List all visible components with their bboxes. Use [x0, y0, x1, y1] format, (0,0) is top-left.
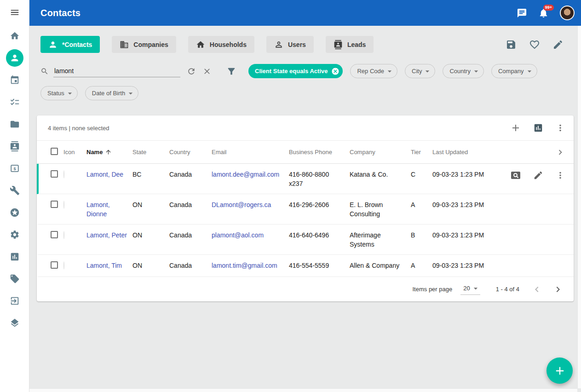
scroll-columns-right-icon[interactable]	[555, 147, 565, 157]
contact-last-updated: 09-03-23 1:23 PM	[432, 200, 501, 209]
horizontal-scrollbar[interactable]	[29, 388, 577, 392]
sidebar-item-reports[interactable]	[0, 246, 29, 268]
sidebar-item-contact-card[interactable]	[0, 135, 29, 157]
sidebar-item-home[interactable]	[0, 25, 29, 47]
contact-country: Canada	[169, 261, 212, 270]
contact-name-link[interactable]: Lamont, Tim	[86, 262, 122, 269]
sidebar-item-exit[interactable]	[0, 290, 29, 312]
column-header-name[interactable]: Name	[86, 149, 132, 156]
sidebar-item-tasks[interactable]	[0, 91, 29, 113]
filter-chip-rep-code[interactable]: Rep Code	[350, 64, 397, 78]
contact-row[interactable]: Lamont, Dee BC Canada lamont.dee@gmail.c…	[37, 164, 574, 194]
refresh-icon[interactable]	[187, 67, 196, 76]
tab-contacts[interactable]: *Contacts	[40, 36, 100, 53]
sidebar-item-settings[interactable]	[0, 224, 29, 246]
contact-avatar	[63, 170, 64, 179]
column-header-icon[interactable]: Icon	[63, 149, 86, 156]
contact-name-link[interactable]: Lamont, Dionne	[86, 201, 110, 218]
contact-email-link[interactable]: lamont.tim@gmail.com	[212, 262, 277, 269]
sidebar-item-featured[interactable]	[0, 202, 29, 224]
contact-last-updated: 09-03-23 1:23 PM	[432, 170, 501, 179]
sidebar-item-tags[interactable]	[0, 268, 29, 290]
contact-row[interactable]: Lamont, Dionne ON Canada DLamont@rogers.…	[37, 194, 574, 225]
tab-companies[interactable]: Companies	[112, 36, 176, 53]
sidebar-item-documents[interactable]	[0, 113, 29, 135]
sidebar-item-layers[interactable]	[0, 312, 29, 334]
row-checkbox[interactable]	[51, 201, 58, 208]
view-tabs-row: *Contacts Companies Households Users Lea…	[29, 26, 581, 53]
tab-households[interactable]: Households	[188, 36, 254, 53]
sidebar-item-billing[interactable]: $	[0, 157, 29, 179]
chevron-down-icon	[385, 67, 394, 76]
contact-email-link[interactable]: DLamont@rogers.ca	[212, 201, 271, 208]
contact-tier: A	[411, 261, 432, 270]
row-checkbox[interactable]	[51, 231, 58, 238]
add-column-icon[interactable]	[510, 122, 521, 133]
row-checkbox[interactable]	[51, 261, 58, 269]
column-header-business-phone[interactable]: Business Phone	[289, 149, 350, 156]
filter-chips-row2: Status Date of Birth	[29, 86, 581, 100]
chart-view-icon[interactable]	[533, 123, 543, 133]
sidebar-item-calendar[interactable]	[0, 69, 29, 91]
menu-icon[interactable]	[0, 0, 29, 25]
filter-icon[interactable]	[226, 66, 236, 76]
column-header-country[interactable]: Country	[169, 149, 212, 156]
chat-icon[interactable]	[517, 8, 527, 18]
filter-chip-status[interactable]: Status	[40, 86, 78, 100]
chevron-down-icon	[525, 67, 534, 76]
column-header-tier[interactable]: Tier	[411, 149, 432, 156]
row-checkbox[interactable]	[51, 170, 58, 178]
contact-tier: A	[411, 200, 432, 209]
favorite-icon[interactable]	[529, 39, 540, 50]
contact-card-icon	[10, 141, 20, 151]
contact-country: Canada	[169, 231, 212, 240]
contact-state: ON	[132, 231, 169, 240]
preview-icon[interactable]	[510, 170, 521, 181]
home-icon	[196, 40, 205, 49]
contact-avatar	[63, 261, 64, 270]
save-icon[interactable]	[506, 39, 517, 50]
edit-row-icon[interactable]	[533, 170, 543, 180]
wrench-icon	[10, 185, 20, 196]
contact-name-link[interactable]: Lamont, Peter	[86, 231, 127, 239]
contact-email-link[interactable]: lamont.dee@gmail.com	[212, 171, 279, 178]
search-input[interactable]	[53, 65, 180, 77]
tag-icon	[10, 274, 20, 284]
filter-chip-city[interactable]: City	[405, 64, 435, 78]
filter-chip-company[interactable]: Company	[491, 64, 537, 78]
filter-chip-country[interactable]: Country	[443, 64, 484, 78]
column-header-company[interactable]: Company	[350, 149, 411, 156]
select-all-checkbox[interactable]	[51, 148, 58, 155]
items-per-page-select[interactable]: 20	[460, 284, 480, 295]
chip-remove-icon[interactable]	[331, 67, 339, 75]
sidebar-item-tools[interactable]	[0, 179, 29, 202]
tab-users[interactable]: Users	[266, 36, 314, 53]
sort-ascending-icon	[105, 149, 112, 156]
filter-chip-date-of-birth[interactable]: Date of Birth	[85, 86, 138, 100]
active-filter-chip[interactable]: Client State equals Active	[248, 64, 343, 78]
column-header-email[interactable]: Email	[212, 149, 289, 156]
contact-name-link[interactable]: Lamont, Dee	[86, 171, 123, 178]
vertical-scrollbar[interactable]	[577, 26, 581, 388]
tab-leads[interactable]: Leads	[326, 36, 374, 53]
page-title: Contacts	[40, 8, 81, 18]
contact-row[interactable]: Lamont, Peter ON Canada plamont@aol.com …	[37, 225, 574, 255]
add-contact-fab[interactable]	[546, 357, 573, 384]
user-avatar[interactable]	[560, 6, 575, 20]
clear-search-icon[interactable]	[202, 67, 212, 76]
search-filter-row: Client State equals Active Rep Code City…	[29, 63, 581, 80]
more-options-icon[interactable]	[555, 123, 565, 133]
edit-icon[interactable]	[552, 39, 564, 50]
contact-company: E. L. Brown Consulting	[350, 200, 411, 219]
contact-last-updated: 09-03-23 1:23 PM	[432, 231, 501, 240]
contact-row[interactable]: Lamont, Tim ON Canada lamont.tim@gmail.c…	[37, 255, 574, 277]
layers-icon	[10, 318, 20, 328]
sidebar-item-contacts[interactable]	[0, 47, 29, 69]
column-header-last-updated[interactable]: Last Updated	[432, 149, 501, 156]
column-header-state[interactable]: State	[132, 149, 169, 156]
next-page-icon[interactable]	[552, 284, 564, 295]
contact-email-link[interactable]: plamont@aol.com	[212, 231, 264, 239]
items-per-page-label: Items per page	[413, 286, 453, 293]
row-more-options-icon[interactable]	[555, 170, 565, 180]
previous-page-icon[interactable]	[531, 284, 542, 295]
